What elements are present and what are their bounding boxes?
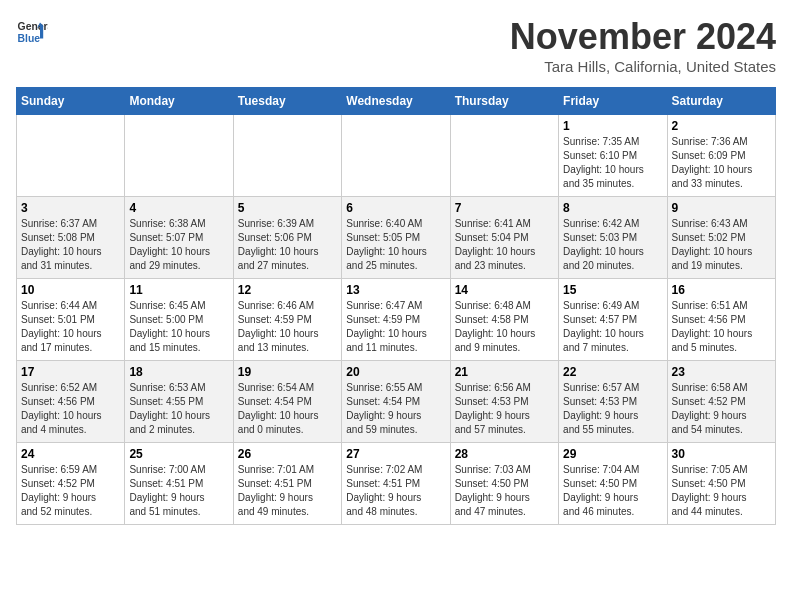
day-info: Sunrise: 7:01 AM Sunset: 4:51 PM Dayligh… <box>238 463 337 519</box>
calendar-day-cell: 27Sunrise: 7:02 AM Sunset: 4:51 PM Dayli… <box>342 443 450 525</box>
day-info: Sunrise: 6:41 AM Sunset: 5:04 PM Dayligh… <box>455 217 554 273</box>
day-number: 10 <box>21 283 120 297</box>
day-info: Sunrise: 6:58 AM Sunset: 4:52 PM Dayligh… <box>672 381 771 437</box>
day-info: Sunrise: 6:56 AM Sunset: 4:53 PM Dayligh… <box>455 381 554 437</box>
calendar-day-cell: 18Sunrise: 6:53 AM Sunset: 4:55 PM Dayli… <box>125 361 233 443</box>
weekday-header-cell: Tuesday <box>233 88 341 115</box>
header: General Blue November 2024 Tara Hills, C… <box>16 16 776 75</box>
location: Tara Hills, California, United States <box>510 58 776 75</box>
calendar-day-cell: 5Sunrise: 6:39 AM Sunset: 5:06 PM Daylig… <box>233 197 341 279</box>
calendar-day-cell: 8Sunrise: 6:42 AM Sunset: 5:03 PM Daylig… <box>559 197 667 279</box>
day-info: Sunrise: 7:36 AM Sunset: 6:09 PM Dayligh… <box>672 135 771 191</box>
day-info: Sunrise: 6:49 AM Sunset: 4:57 PM Dayligh… <box>563 299 662 355</box>
day-info: Sunrise: 6:52 AM Sunset: 4:56 PM Dayligh… <box>21 381 120 437</box>
weekday-header-cell: Friday <box>559 88 667 115</box>
day-info: Sunrise: 7:35 AM Sunset: 6:10 PM Dayligh… <box>563 135 662 191</box>
calendar-day-cell: 15Sunrise: 6:49 AM Sunset: 4:57 PM Dayli… <box>559 279 667 361</box>
calendar-week-row: 24Sunrise: 6:59 AM Sunset: 4:52 PM Dayli… <box>17 443 776 525</box>
svg-text:General: General <box>18 21 48 32</box>
calendar: SundayMondayTuesdayWednesdayThursdayFrid… <box>16 87 776 525</box>
day-number: 27 <box>346 447 445 461</box>
day-number: 22 <box>563 365 662 379</box>
day-number: 21 <box>455 365 554 379</box>
weekday-header-cell: Saturday <box>667 88 775 115</box>
calendar-day-cell: 14Sunrise: 6:48 AM Sunset: 4:58 PM Dayli… <box>450 279 558 361</box>
day-number: 9 <box>672 201 771 215</box>
calendar-day-cell: 2Sunrise: 7:36 AM Sunset: 6:09 PM Daylig… <box>667 115 775 197</box>
day-info: Sunrise: 7:04 AM Sunset: 4:50 PM Dayligh… <box>563 463 662 519</box>
day-number: 2 <box>672 119 771 133</box>
calendar-day-cell: 19Sunrise: 6:54 AM Sunset: 4:54 PM Dayli… <box>233 361 341 443</box>
day-number: 7 <box>455 201 554 215</box>
calendar-day-cell: 24Sunrise: 6:59 AM Sunset: 4:52 PM Dayli… <box>17 443 125 525</box>
calendar-day-cell: 6Sunrise: 6:40 AM Sunset: 5:05 PM Daylig… <box>342 197 450 279</box>
day-number: 29 <box>563 447 662 461</box>
calendar-day-cell: 11Sunrise: 6:45 AM Sunset: 5:00 PM Dayli… <box>125 279 233 361</box>
calendar-day-cell: 22Sunrise: 6:57 AM Sunset: 4:53 PM Dayli… <box>559 361 667 443</box>
day-number: 14 <box>455 283 554 297</box>
day-number: 17 <box>21 365 120 379</box>
calendar-day-cell: 16Sunrise: 6:51 AM Sunset: 4:56 PM Dayli… <box>667 279 775 361</box>
day-info: Sunrise: 6:37 AM Sunset: 5:08 PM Dayligh… <box>21 217 120 273</box>
calendar-week-row: 3Sunrise: 6:37 AM Sunset: 5:08 PM Daylig… <box>17 197 776 279</box>
calendar-day-cell: 1Sunrise: 7:35 AM Sunset: 6:10 PM Daylig… <box>559 115 667 197</box>
day-number: 30 <box>672 447 771 461</box>
day-info: Sunrise: 6:48 AM Sunset: 4:58 PM Dayligh… <box>455 299 554 355</box>
logo: General Blue <box>16 16 48 48</box>
calendar-day-cell: 28Sunrise: 7:03 AM Sunset: 4:50 PM Dayli… <box>450 443 558 525</box>
day-info: Sunrise: 7:00 AM Sunset: 4:51 PM Dayligh… <box>129 463 228 519</box>
day-number: 1 <box>563 119 662 133</box>
calendar-day-cell: 23Sunrise: 6:58 AM Sunset: 4:52 PM Dayli… <box>667 361 775 443</box>
weekday-header-cell: Thursday <box>450 88 558 115</box>
day-info: Sunrise: 6:45 AM Sunset: 5:00 PM Dayligh… <box>129 299 228 355</box>
calendar-day-cell: 26Sunrise: 7:01 AM Sunset: 4:51 PM Dayli… <box>233 443 341 525</box>
calendar-day-cell: 20Sunrise: 6:55 AM Sunset: 4:54 PM Dayli… <box>342 361 450 443</box>
day-number: 20 <box>346 365 445 379</box>
svg-text:Blue: Blue <box>18 33 41 44</box>
calendar-day-cell <box>17 115 125 197</box>
month-title: November 2024 <box>510 16 776 58</box>
day-number: 26 <box>238 447 337 461</box>
day-info: Sunrise: 6:54 AM Sunset: 4:54 PM Dayligh… <box>238 381 337 437</box>
weekday-header: SundayMondayTuesdayWednesdayThursdayFrid… <box>17 88 776 115</box>
day-info: Sunrise: 6:39 AM Sunset: 5:06 PM Dayligh… <box>238 217 337 273</box>
calendar-day-cell: 7Sunrise: 6:41 AM Sunset: 5:04 PM Daylig… <box>450 197 558 279</box>
day-number: 24 <box>21 447 120 461</box>
day-info: Sunrise: 6:40 AM Sunset: 5:05 PM Dayligh… <box>346 217 445 273</box>
calendar-day-cell: 25Sunrise: 7:00 AM Sunset: 4:51 PM Dayli… <box>125 443 233 525</box>
calendar-day-cell: 4Sunrise: 6:38 AM Sunset: 5:07 PM Daylig… <box>125 197 233 279</box>
calendar-day-cell: 10Sunrise: 6:44 AM Sunset: 5:01 PM Dayli… <box>17 279 125 361</box>
day-info: Sunrise: 6:57 AM Sunset: 4:53 PM Dayligh… <box>563 381 662 437</box>
day-info: Sunrise: 6:46 AM Sunset: 4:59 PM Dayligh… <box>238 299 337 355</box>
day-number: 15 <box>563 283 662 297</box>
day-info: Sunrise: 7:03 AM Sunset: 4:50 PM Dayligh… <box>455 463 554 519</box>
logo-icon: General Blue <box>16 16 48 48</box>
calendar-day-cell: 3Sunrise: 6:37 AM Sunset: 5:08 PM Daylig… <box>17 197 125 279</box>
calendar-day-cell <box>125 115 233 197</box>
day-info: Sunrise: 6:51 AM Sunset: 4:56 PM Dayligh… <box>672 299 771 355</box>
day-info: Sunrise: 6:38 AM Sunset: 5:07 PM Dayligh… <box>129 217 228 273</box>
calendar-day-cell: 21Sunrise: 6:56 AM Sunset: 4:53 PM Dayli… <box>450 361 558 443</box>
calendar-body: 1Sunrise: 7:35 AM Sunset: 6:10 PM Daylig… <box>17 115 776 525</box>
day-number: 18 <box>129 365 228 379</box>
day-info: Sunrise: 7:02 AM Sunset: 4:51 PM Dayligh… <box>346 463 445 519</box>
calendar-week-row: 10Sunrise: 6:44 AM Sunset: 5:01 PM Dayli… <box>17 279 776 361</box>
calendar-day-cell: 13Sunrise: 6:47 AM Sunset: 4:59 PM Dayli… <box>342 279 450 361</box>
calendar-week-row: 17Sunrise: 6:52 AM Sunset: 4:56 PM Dayli… <box>17 361 776 443</box>
day-number: 19 <box>238 365 337 379</box>
day-number: 13 <box>346 283 445 297</box>
calendar-day-cell <box>450 115 558 197</box>
weekday-header-cell: Wednesday <box>342 88 450 115</box>
day-info: Sunrise: 6:55 AM Sunset: 4:54 PM Dayligh… <box>346 381 445 437</box>
day-number: 25 <box>129 447 228 461</box>
day-info: Sunrise: 7:05 AM Sunset: 4:50 PM Dayligh… <box>672 463 771 519</box>
day-info: Sunrise: 6:42 AM Sunset: 5:03 PM Dayligh… <box>563 217 662 273</box>
calendar-day-cell: 29Sunrise: 7:04 AM Sunset: 4:50 PM Dayli… <box>559 443 667 525</box>
calendar-day-cell <box>342 115 450 197</box>
day-number: 6 <box>346 201 445 215</box>
day-number: 12 <box>238 283 337 297</box>
title-area: November 2024 Tara Hills, California, Un… <box>510 16 776 75</box>
calendar-day-cell: 30Sunrise: 7:05 AM Sunset: 4:50 PM Dayli… <box>667 443 775 525</box>
day-number: 3 <box>21 201 120 215</box>
calendar-day-cell: 9Sunrise: 6:43 AM Sunset: 5:02 PM Daylig… <box>667 197 775 279</box>
